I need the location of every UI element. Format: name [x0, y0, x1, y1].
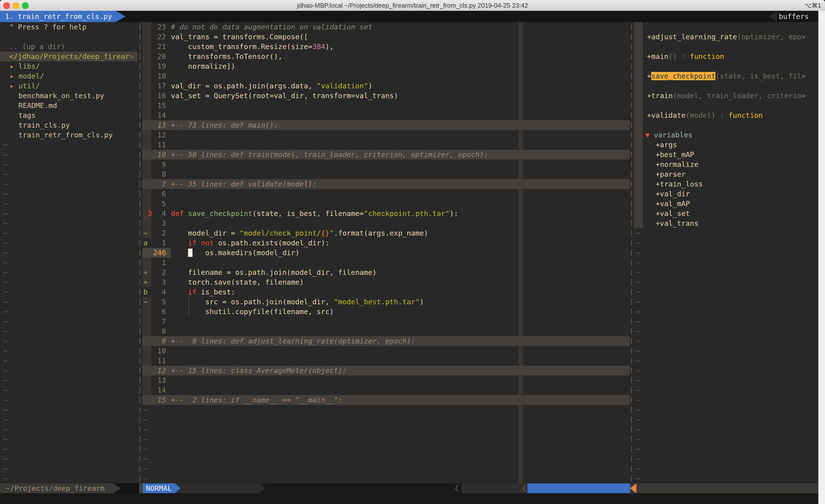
code-line[interactable]: filename = os.path.join(model_dir, filen… [171, 267, 377, 277]
line-number: 7 [152, 317, 166, 326]
folded-line[interactable]: +-- 9 lines: def adjust_learning_rate(op… [171, 336, 415, 346]
tree-item[interactable]: ▸ model/ [10, 71, 44, 81]
statusline-tagbar-segment: [Name] train_retr_from_cls.py [630, 483, 818, 493]
gutter-sign: + [143, 267, 148, 277]
tag-item[interactable]: +val_trans [656, 219, 698, 228]
folded-line[interactable]: +-- 15 lines: class AverageMeter(object)… [171, 365, 347, 375]
folded-line[interactable]: +-- 35 lines: def validate(model): [171, 179, 317, 189]
statusline-encoding-segment: utf-8[unix] [462, 483, 527, 493]
tag-item[interactable]: +normalize [656, 160, 698, 169]
gutter-sign: ~ [143, 297, 148, 307]
empty-line-tilde: ~ [3, 395, 7, 405]
code-line[interactable]: custom_transform.Resize(size=384), [171, 42, 334, 52]
empty-line-tilde: ~ [3, 405, 7, 415]
tab-train-retr-from-cls[interactable]: 1. train_retr_from_cls.py [0, 11, 126, 22]
tree-item[interactable]: " Press ? for help [9, 22, 86, 32]
window-shortcut-badge: ⌥⌘1 [804, 0, 821, 11]
line-number: 10 [152, 346, 166, 356]
empty-line-tilde: ~ [3, 258, 7, 267]
tag-item[interactable]: +val_mAP [656, 199, 690, 208]
powerline-arrow-icon [175, 483, 181, 493]
empty-line-tilde: ~ [635, 248, 640, 258]
folded-line[interactable]: +-- 73 lines: def main(): [171, 120, 278, 130]
empty-line-tilde: ~ [3, 307, 7, 317]
empty-line-tilde: ~ [3, 317, 7, 326]
empty-line-tilde: ~ [635, 258, 640, 267]
tag-item[interactable]: +val_dir [656, 189, 690, 199]
tree-item[interactable]: README.md [18, 101, 57, 110]
empty-line-tilde: ~ [635, 356, 640, 365]
tag-item[interactable]: +train(model, train_loader, criterio> [647, 91, 806, 101]
gutter-sign: b [143, 287, 148, 297]
empty-line-tilde: ~ [635, 228, 640, 238]
tag-item[interactable]: +train_loss [656, 179, 703, 189]
tree-item[interactable]: ▸ util/ [10, 81, 40, 91]
chevron-left-icon [522, 484, 526, 492]
tag-item[interactable]: +parser [656, 169, 685, 179]
window-separator-left[interactable] [140, 22, 140, 483]
code-line[interactable]: val_dir = os.path.join(args.data, "valid… [171, 81, 372, 91]
code-line[interactable]: # do not do data augmentation on validat… [171, 22, 372, 32]
empty-line-tilde: ~ [635, 365, 640, 375]
code-line[interactable]: model_dir = "model/check_point/{}".forma… [171, 228, 428, 238]
tree-item[interactable]: </jdhao/Projects/deep_firear> [9, 52, 134, 61]
empty-line-tilde: ~ [3, 375, 7, 385]
tag-item[interactable]: +main() : function [647, 52, 724, 61]
code-line[interactable]: val_trans = transforms.Compose([ [171, 32, 308, 42]
empty-line-tilde: ~ [3, 160, 7, 169]
tree-item[interactable]: train_retr_from_cls.py [18, 130, 113, 140]
line-number: 19 [152, 61, 166, 71]
code-line[interactable]: normalize]) [171, 61, 235, 71]
line-number: 20 [152, 52, 166, 61]
tag-item[interactable]: +validate(model) : function [647, 110, 763, 120]
scrollbar[interactable] [818, 11, 825, 504]
empty-line-tilde: ~ [3, 336, 7, 346]
line-number: 9 [152, 336, 166, 346]
tree-item[interactable]: ▸ libs/ [10, 61, 40, 71]
line-number: 14 [152, 385, 166, 395]
empty-line-tilde: ~ [143, 415, 147, 424]
tree-item[interactable]: tags [18, 110, 35, 120]
code-line[interactable]: shutil.copyfile(filename, src) [171, 307, 334, 317]
code-line[interactable]: def save_checkpoint(state, is_best, file… [171, 208, 458, 219]
line-number: 13 [152, 120, 166, 130]
folded-line[interactable]: +-- 50 lines: def train(model, train_loa… [171, 150, 488, 160]
empty-line-tilde: ~ [3, 415, 7, 424]
tree-item[interactable]: train_cls.py [18, 120, 70, 130]
tag-item[interactable]: +save_checkpoint(state, is_best, fil> [647, 71, 806, 81]
tag-item[interactable]: +best_mAP [656, 150, 694, 160]
empty-line-tilde: ~ [3, 277, 7, 287]
window-separator-right[interactable] [631, 22, 632, 483]
empty-line-tilde: ~ [143, 424, 147, 434]
tag-item[interactable]: ▼ variables [645, 130, 692, 140]
code-line[interactable]: if not os.path.exists(model_dir): [171, 238, 329, 248]
code-line[interactable]: transforms.ToTensor(), [171, 52, 282, 61]
tag-item[interactable]: +val_set [656, 208, 690, 219]
code-line[interactable]: src = os.path.join(model_dir, "model_bes… [171, 297, 424, 307]
nerdtree-panel: " Press ? for help.. (up a dir)</jdhao/P… [0, 22, 138, 483]
code-line[interactable]: if is_best: [171, 287, 235, 297]
tab-label: 1. train_retr_from_cls.py [5, 11, 112, 22]
folded-line[interactable]: +-- 2 lines: if __name__ == "__main__": [171, 395, 342, 405]
powerline-arrow-orange-icon [630, 483, 636, 493]
command-line [0, 493, 818, 504]
tag-item[interactable]: +adjust_learning_rate(optimizer, epo> [647, 32, 806, 42]
powerline-arrow-icon [114, 483, 121, 493]
tagbar-gutter [634, 22, 643, 228]
tag-item[interactable]: +args [656, 140, 677, 150]
line-number: 15 [152, 101, 166, 110]
tagbar-panel: +adjust_learning_rate(optimizer, epo>+ma… [634, 22, 818, 483]
code-editor[interactable]: 23# do not do data augmentation on valid… [142, 22, 629, 483]
empty-line-tilde: ~ [3, 464, 7, 474]
tree-item[interactable]: .. (up a dir) [9, 42, 65, 52]
code-line[interactable]: val_set = QuerySet(root=val_dir, transfo… [171, 91, 398, 101]
line-number: 14 [152, 110, 166, 120]
code-line[interactable]: torch.save(state, filename) [171, 277, 304, 287]
line-number: 4 [152, 287, 166, 297]
line-number: 3 [152, 277, 166, 287]
line-number: 9 [152, 160, 166, 169]
tree-item[interactable]: benchmark_on_test.py [18, 91, 104, 101]
line-number: 8 [152, 326, 166, 336]
line-number: 7 [152, 179, 166, 189]
empty-line-tilde: ~ [3, 248, 7, 258]
